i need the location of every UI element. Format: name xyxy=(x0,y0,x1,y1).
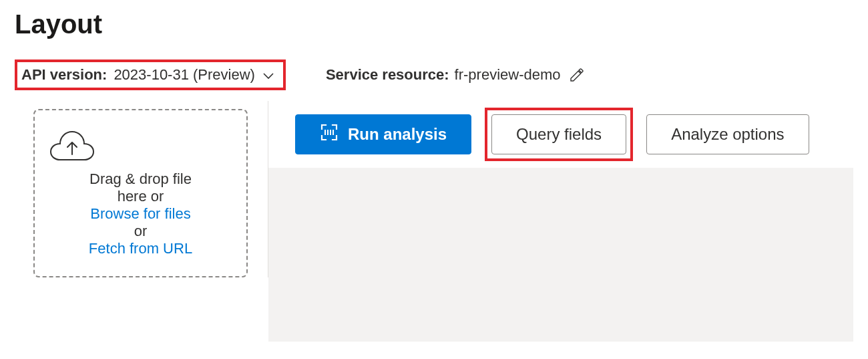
dropzone-text-1: Drag & drop file xyxy=(48,170,233,188)
file-dropzone[interactable]: Drag & drop file here or Browse for file… xyxy=(33,109,248,277)
edit-service-button[interactable] xyxy=(566,64,588,86)
analyze-options-button[interactable]: Analyze options xyxy=(646,114,809,154)
api-version-dropdown[interactable]: API version: 2023-10-31 (Preview) xyxy=(15,59,286,90)
api-version-value: 2023-10-31 (Preview) xyxy=(114,66,255,84)
info-row: API version: 2023-10-31 (Preview) Servic… xyxy=(15,59,853,90)
chevron-down-icon xyxy=(263,66,274,84)
query-fields-label: Query fields xyxy=(516,125,602,144)
page-title: Layout xyxy=(15,9,853,39)
run-analysis-button[interactable]: Run analysis xyxy=(295,114,471,154)
document-canvas xyxy=(268,168,853,342)
pencil-icon xyxy=(569,67,585,83)
api-version-label: API version: xyxy=(21,66,107,84)
cloud-upload-icon xyxy=(48,129,233,162)
toolbar: Run analysis Query fields Analyze option… xyxy=(268,101,853,168)
dropzone-or: or xyxy=(48,223,233,240)
service-resource-value: fr-preview-demo xyxy=(455,66,561,84)
run-analysis-label: Run analysis xyxy=(348,125,447,144)
dropzone-text-2: here or xyxy=(48,188,233,205)
service-resource-label: Service resource: xyxy=(326,66,449,84)
analyze-options-label: Analyze options xyxy=(671,125,784,144)
browse-files-link[interactable]: Browse for files xyxy=(90,205,190,222)
service-resource: Service resource: fr-preview-demo xyxy=(326,64,588,86)
query-fields-highlight: Query fields xyxy=(485,108,633,161)
query-fields-button[interactable]: Query fields xyxy=(491,114,626,154)
barcode-scan-icon xyxy=(320,123,339,146)
fetch-url-link[interactable]: Fetch from URL xyxy=(89,240,192,257)
